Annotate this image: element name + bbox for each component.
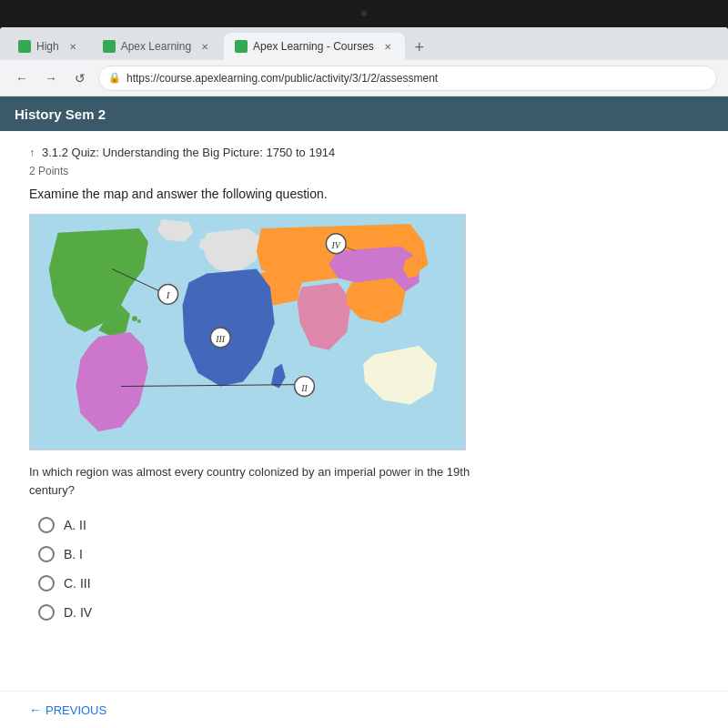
answer-option-b[interactable]: B. I (38, 546, 699, 562)
quiz-header: ↑ 3.1.2 Quiz: Understanding the Big Pict… (29, 146, 699, 159)
quiz-breadcrumb: 3.1.2 Quiz: Understanding the Big Pictur… (42, 146, 335, 159)
answer-choices: A. II B. I C. III D. IV (38, 517, 699, 621)
breadcrumb-icon: ↑ (29, 147, 35, 159)
tab-apex-courses-close[interactable]: ✕ (381, 40, 394, 53)
question-body: In which region was almost every country… (29, 463, 484, 499)
map-svg: I II III IV (30, 215, 465, 450)
screen: High ✕ Apex Learning ✕ Apex Learning - C… (0, 0, 728, 728)
tab-apex-courses-icon (235, 40, 248, 53)
answer-label-d: D. IV (64, 605, 92, 620)
tab-high-icon (18, 40, 31, 53)
tab-bar: High ✕ Apex Learning ✕ Apex Learning - C… (0, 27, 728, 60)
browser: High ✕ Apex Learning ✕ Apex Learning - C… (0, 27, 728, 728)
url-text: https://course.apexlearning.com/public/a… (126, 72, 438, 85)
tab-apex-label: Apex Learning (121, 40, 191, 53)
back-button[interactable]: ← (11, 67, 33, 89)
svg-text:III: III (215, 334, 226, 344)
lock-icon: 🔒 (108, 72, 121, 84)
svg-point-2 (137, 319, 141, 323)
question-intro: Examine the map and answer the following… (29, 187, 699, 201)
reload-button[interactable]: ↺ (69, 67, 91, 89)
world-map: I II III IV (29, 214, 466, 450)
previous-button[interactable]: ← PREVIOUS (29, 703, 106, 717)
radio-c[interactable] (38, 575, 55, 592)
tab-high-label: High (36, 40, 59, 53)
radio-d[interactable] (38, 604, 55, 621)
tab-apex-courses-label: Apex Learning - Courses (253, 40, 374, 53)
answer-label-a: A. II (64, 518, 86, 532)
answer-label-c: C. III (64, 576, 91, 591)
radio-b[interactable] (38, 546, 55, 562)
tab-apex-courses[interactable]: Apex Learning - Courses ✕ (224, 33, 405, 60)
points-label: 2 Points (29, 165, 699, 177)
answer-label-b: B. I (64, 547, 83, 561)
tab-apex-icon (103, 40, 116, 53)
nav-buttons: ← PREVIOUS (0, 691, 728, 728)
main-content: ↑ 3.1.2 Quiz: Understanding the Big Pict… (0, 131, 728, 691)
answer-option-a[interactable]: A. II (38, 517, 699, 533)
answer-option-d[interactable]: D. IV (38, 604, 699, 621)
url-bar[interactable]: 🔒 https://course.apexlearning.com/public… (98, 66, 717, 91)
tab-high-close[interactable]: ✕ (66, 40, 79, 53)
forward-button[interactable]: → (40, 67, 62, 89)
address-bar: ← → ↺ 🔒 https://course.apexlearning.com/… (0, 60, 728, 96)
tab-apex-close[interactable]: ✕ (198, 40, 211, 53)
svg-text:II: II (300, 383, 308, 393)
new-tab-button[interactable]: + (407, 35, 432, 60)
prev-arrow-icon: ← (29, 703, 42, 717)
camera-dot (361, 11, 367, 16)
top-bar (0, 0, 728, 27)
tab-high[interactable]: High ✕ (7, 33, 90, 60)
page-header-title: History Sem 2 (15, 106, 106, 122)
tab-apex[interactable]: Apex Learning ✕ (92, 33, 222, 60)
svg-text:IV: IV (331, 240, 341, 250)
prev-button-label: PREVIOUS (46, 703, 106, 717)
svg-point-1 (132, 316, 137, 321)
page-header: History Sem 2 (0, 96, 728, 131)
answer-option-c[interactable]: C. III (38, 575, 699, 592)
radio-a[interactable] (38, 517, 55, 533)
